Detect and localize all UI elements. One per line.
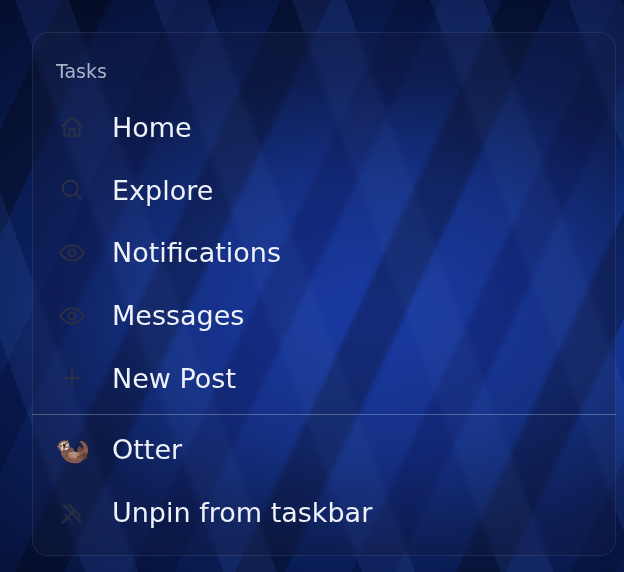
- jump-list-menu: Tasks Home Explore Notifications Message…: [32, 32, 616, 556]
- task-item-home[interactable]: Home: [32, 96, 616, 159]
- svg-point-1: [69, 249, 76, 256]
- svg-point-0: [63, 181, 78, 196]
- search-icon: [56, 174, 88, 206]
- eye-icon: [56, 237, 88, 269]
- eye-icon: [56, 300, 88, 332]
- task-item-label: New Post: [112, 363, 236, 394]
- task-item-label: Messages: [112, 300, 244, 331]
- app-item-label: Otter: [112, 434, 182, 465]
- task-item-new-post[interactable]: New Post: [32, 347, 616, 410]
- plus-icon: [56, 362, 88, 394]
- menu-divider: [32, 414, 616, 415]
- svg-point-2: [69, 312, 76, 319]
- task-item-notifications[interactable]: Notifications: [32, 221, 616, 284]
- otter-icon: 🦦: [56, 434, 88, 466]
- unpin-label: Unpin from taskbar: [112, 497, 372, 528]
- section-title-tasks: Tasks: [32, 54, 616, 96]
- unpin-item[interactable]: Unpin from taskbar: [32, 481, 616, 544]
- app-item-otter[interactable]: 🦦 Otter: [32, 419, 616, 482]
- task-item-label: Notifications: [112, 237, 281, 268]
- task-item-explore[interactable]: Explore: [32, 159, 616, 222]
- task-item-label: Home: [112, 112, 192, 143]
- home-icon: [56, 111, 88, 143]
- task-item-messages[interactable]: Messages: [32, 284, 616, 347]
- task-item-label: Explore: [112, 175, 213, 206]
- unpin-icon: [56, 497, 88, 529]
